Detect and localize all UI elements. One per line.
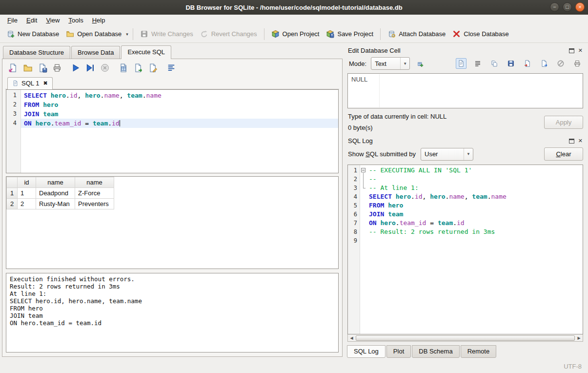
scroll-right-arrow-icon[interactable]: ▶ <box>575 335 583 341</box>
sql-token: . <box>66 92 70 99</box>
cell[interactable]: Z-Force <box>75 188 114 199</box>
row-number[interactable]: 1 <box>7 188 18 199</box>
log-fold-column[interactable] <box>360 165 367 334</box>
sql-token <box>39 101 43 108</box>
cell-settings-icon[interactable] <box>414 58 425 69</box>
close-panel-icon[interactable]: ✕ <box>578 138 583 144</box>
execute-all-icon[interactable] <box>71 63 81 73</box>
menu-file[interactable]: File <box>3 16 22 25</box>
column-header[interactable]: name <box>75 177 114 188</box>
menu-view[interactable]: View <box>41 16 64 25</box>
log-filter-row: Show SQL submitted by User ▼ Clear <box>347 147 584 165</box>
import-cell-icon[interactable] <box>522 58 533 69</box>
titlebar[interactable]: DB Browser for SQLite - /home/user/code/… <box>0 0 588 15</box>
sql-log-header: SQL Log ✕ <box>347 134 584 147</box>
sql-log-view[interactable]: 123456789 -- EXECUTING ALL IN 'SQL 1'---… <box>347 165 583 334</box>
fold-marker[interactable] <box>360 166 367 175</box>
float-panel-icon[interactable] <box>569 48 574 53</box>
fold-empty <box>360 228 367 236</box>
sql-token: hero <box>51 92 66 99</box>
sql-tab[interactable]: SQL 1 ✖ <box>7 77 53 89</box>
toolbar-button-new-database[interactable]: New Database <box>3 27 62 41</box>
cell[interactable]: Rusty-Man <box>36 199 75 209</box>
scroll-left-arrow-icon[interactable]: ◀ <box>348 335 355 341</box>
column-header[interactable]: id <box>18 177 36 188</box>
log-filter-select[interactable]: User ▼ <box>421 148 473 161</box>
row-number[interactable]: 2 <box>7 199 18 209</box>
tab-execute-sql[interactable]: Execute SQL <box>121 45 171 59</box>
print-sql-icon[interactable] <box>52 63 62 73</box>
encoding-indicator[interactable]: UTF-8 <box>564 363 582 370</box>
clear-log-button[interactable]: Clear <box>544 147 583 161</box>
sql-token: SELECT <box>369 193 392 200</box>
bottom-tab-plot[interactable]: Plot <box>386 345 411 358</box>
tab-browse-data[interactable]: Browse Data <box>71 46 120 59</box>
sql-editor-line: JOIN team <box>21 109 338 119</box>
bottom-tab-remote[interactable]: Remote <box>461 345 497 358</box>
text-cursor <box>120 120 121 126</box>
execution-output[interactable]: Execution finished without errors. Resul… <box>6 273 339 352</box>
export-cell-icon[interactable] <box>539 58 549 69</box>
save-sql-file-icon[interactable] <box>38 63 47 73</box>
export-results-icon[interactable] <box>133 63 143 73</box>
collapse-icon[interactable] <box>361 168 365 172</box>
minimize-button[interactable]: − <box>550 2 559 12</box>
bottom-tab-db-schema[interactable]: DB Schema <box>412 345 459 358</box>
toolbar-button-open-project[interactable]: Open Project <box>268 27 323 41</box>
mode-select[interactable]: Text ▼ <box>371 57 410 70</box>
cell-value-editor[interactable]: NULL <box>347 73 583 108</box>
menu-edit[interactable]: Edit <box>22 16 41 25</box>
float-panel-icon[interactable] <box>569 139 574 144</box>
column-header[interactable]: name <box>36 177 75 188</box>
maximize-button[interactable]: □ <box>563 2 572 12</box>
cell[interactable]: Deadpond <box>36 188 75 199</box>
sql-token: -- EXECUTING ALL IN 'SQL 1' <box>369 166 472 174</box>
save-cell-icon[interactable] <box>506 58 516 69</box>
bottom-tab-sql-log[interactable]: SQL Log <box>347 345 385 358</box>
format-sql-icon[interactable] <box>166 63 176 73</box>
edit-sql-icon[interactable] <box>148 63 158 73</box>
main-tab-bar: Database StructureBrowse DataExecute SQL <box>2 45 343 59</box>
text-view-icon[interactable] <box>456 58 466 69</box>
word-wrap-icon[interactable] <box>472 58 483 69</box>
log-line: -- <box>367 175 583 184</box>
sql-token: FROM <box>369 202 384 209</box>
log-horizontal-scrollbar[interactable]: ◀ ▶ <box>347 334 583 342</box>
print-cell-icon[interactable] <box>572 58 583 69</box>
cell[interactable]: Preventers <box>75 199 114 209</box>
toolbar-separator <box>264 28 264 40</box>
close-panel-icon[interactable]: ✕ <box>578 48 583 53</box>
copy-cell-icon[interactable] <box>489 58 500 69</box>
chevron-down-icon[interactable]: ▾ <box>125 30 129 39</box>
save-results-grid-icon[interactable] <box>119 63 128 73</box>
fold-empty <box>360 219 367 228</box>
toolbar-button-close-database[interactable]: Close Database <box>449 27 512 41</box>
open-sql-new-tab-icon[interactable] <box>8 63 18 73</box>
toolbar-button-attach-database[interactable]: Attach Database <box>384 27 449 41</box>
toolbar-button-write-changes[interactable]: Write Changes <box>137 27 197 41</box>
menu-help[interactable]: Help <box>88 16 110 25</box>
apply-button[interactable]: Apply <box>544 116 583 129</box>
execute-line-icon[interactable] <box>85 63 95 73</box>
sql-token: name <box>449 193 464 200</box>
fold-empty <box>360 210 367 219</box>
open-sql-file-icon[interactable] <box>23 63 33 73</box>
toolbar-button-revert-changes[interactable]: Revert Changes <box>197 27 261 41</box>
line-number: 7 <box>348 219 360 228</box>
menu-tools[interactable]: Tools <box>64 16 87 25</box>
toolbar-button-save-project[interactable]: Save Project <box>323 27 377 41</box>
tab-database-structure[interactable]: Database Structure <box>3 46 70 59</box>
scrollbar-thumb[interactable] <box>356 335 575 341</box>
sql-token: name <box>491 193 507 200</box>
toolbar-button-open-database[interactable]: Open Database <box>62 27 125 41</box>
set-null-icon[interactable] <box>555 58 566 69</box>
revert-changes-icon <box>200 30 208 38</box>
tab-close-icon[interactable]: ✖ <box>43 80 47 86</box>
results-grid[interactable]: idnamename11DeadpondZ-Force22Rusty-ManPr… <box>6 176 339 269</box>
sql-editor[interactable]: 1234 SELECT hero.id, hero.name, team.nam… <box>6 89 339 173</box>
stop-icon[interactable] <box>100 63 110 73</box>
open-project-icon <box>271 30 280 38</box>
cell[interactable]: 2 <box>18 199 36 209</box>
close-button[interactable]: × <box>575 2 585 12</box>
cell[interactable]: 1 <box>18 188 36 199</box>
